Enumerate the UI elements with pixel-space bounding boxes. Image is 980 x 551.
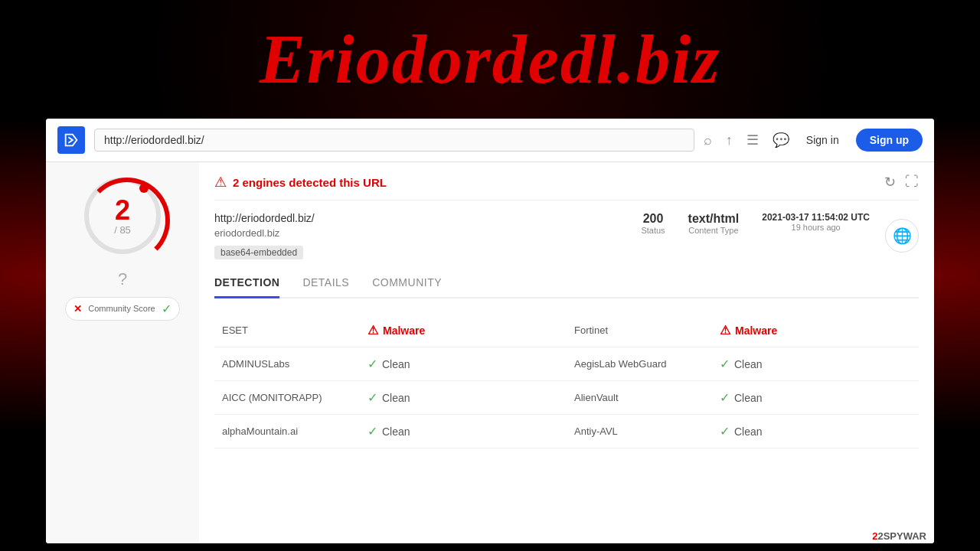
table-row: ADMINUSLabs ✓ Clean (214, 347, 567, 381)
refresh-icon[interactable]: ↻ (884, 174, 896, 191)
address-bar-icons: ⌕ ↑ ☰ 💬 (704, 132, 789, 148)
url-tag: base64-embedded (214, 246, 303, 259)
url-info-row: http://eriodordedl.biz/ eriodordedl.biz … (214, 212, 919, 259)
title-area: Eriodordedl.biz (0, 0, 980, 119)
watermark-text: 2SPYWAR (877, 530, 926, 542)
header-actions: ↻ ⛶ (884, 174, 919, 191)
timestamp-value: 2021-03-17 11:54:02 UTC (762, 212, 870, 223)
clean-icon: ✓ (720, 390, 730, 405)
url-input[interactable] (94, 129, 694, 152)
clean-icon: ✓ (368, 357, 377, 371)
clean-icon: ✓ (720, 424, 730, 439)
detection-left-col: ESET ⚠ Malware ADMINUSLabs ✓ Clean (214, 314, 567, 448)
browser-window: ⌕ ↑ ☰ 💬 Sign in Sign up 2 / 85 ? ✕ Commu… (46, 119, 934, 543)
status-label: Status (641, 226, 665, 235)
result-badge: ✓ Clean (368, 390, 410, 405)
result-badge: ✓ Clean (720, 424, 763, 439)
table-row: AICC (MONITORAPP) ✓ Clean (214, 381, 567, 415)
clean-icon: ✓ (368, 424, 377, 439)
svg-marker-0 (66, 135, 77, 146)
main-content: ⚠ 2 engines detected this URL ↻ ⛶ http:/… (199, 162, 934, 543)
url-domain: eriodordedl.biz (214, 227, 626, 239)
tab-details[interactable]: DETAILS (302, 269, 349, 297)
detection-alert: ⚠ 2 engines detected this URL (214, 174, 387, 191)
engine-name: Fortinet (574, 324, 712, 336)
engine-name: AlienVault (574, 392, 712, 403)
expand-icon[interactable]: ⛶ (905, 174, 919, 191)
engine-name: AICC (MONITORAPP) (222, 392, 360, 403)
score-circle: 2 / 85 (84, 178, 161, 254)
result-badge: ✓ Clean (720, 357, 763, 371)
address-bar: ⌕ ↑ ☰ 💬 Sign in Sign up (46, 119, 934, 162)
comment-icon[interactable]: 💬 (773, 132, 789, 148)
tab-community[interactable]: COMMUNITY (372, 269, 442, 297)
status-meta: 200 Status (641, 212, 665, 235)
status-value: 200 (641, 212, 665, 226)
community-score-bar: ✕ Community Score ✓ (65, 297, 179, 321)
search-icon[interactable]: ⌕ (704, 132, 712, 148)
sign-up-button[interactable]: Sign up (856, 129, 923, 152)
score-total: / 85 (114, 224, 131, 236)
result-badge: ⚠ Malware (720, 323, 777, 337)
timestamp-meta: 2021-03-17 11:54:02 UTC 19 hours ago (762, 212, 870, 235)
engine-name: ADMINUSLabs (222, 358, 360, 370)
time-ago: 19 hours ago (762, 223, 870, 232)
tab-bar: DETECTION DETAILS COMMUNITY (214, 269, 919, 298)
table-row: AegisLab WebGuard ✓ Clean (567, 347, 919, 381)
detection-text: 2 engines detected this URL (233, 176, 387, 189)
page-title: Eriodordedl.biz (260, 20, 721, 99)
grid-icon[interactable]: ☰ (746, 132, 759, 148)
score-indicator (139, 184, 149, 193)
detection-header: ⚠ 2 engines detected this URL ↻ ⛶ (214, 174, 919, 201)
content-type-label: Content Type (688, 226, 740, 235)
detection-right-col: Fortinet ⚠ Malware AegisLab WebGuard ✓ C… (567, 314, 919, 448)
table-row: Fortinet ⚠ Malware (567, 314, 919, 347)
score-panel: 2 / 85 ? ✕ Community Score ✓ (46, 162, 199, 543)
result-badge: ⚠ Malware (368, 323, 425, 337)
alert-icon: ⚠ (214, 174, 227, 191)
engine-name: Antiy-AVL (574, 425, 712, 437)
content-area: 2 / 85 ? ✕ Community Score ✓ ⚠ 2 engines… (46, 162, 934, 543)
result-badge: ✓ Clean (720, 390, 763, 405)
community-score-label: Community Score (88, 304, 155, 314)
engine-name: AegisLab WebGuard (574, 358, 712, 370)
upload-icon[interactable]: ↑ (726, 132, 733, 148)
score-number: 2 (115, 197, 130, 224)
content-type-meta: text/html Content Type (688, 212, 740, 235)
like-button[interactable]: ✓ (162, 302, 172, 316)
table-row: ESET ⚠ Malware (214, 314, 567, 347)
url-main: http://eriodordedl.biz/ (214, 212, 626, 224)
table-row: AlienVault ✓ Clean (567, 381, 919, 415)
watermark: 22SPYWAR (872, 530, 926, 542)
malware-icon: ⚠ (368, 323, 378, 337)
tab-detection[interactable]: DETECTION (214, 269, 279, 298)
dislike-button[interactable]: ✕ (74, 303, 82, 315)
engine-name: ESET (222, 324, 360, 336)
result-badge: ✓ Clean (368, 424, 410, 439)
clean-icon: ✓ (368, 390, 377, 405)
question-mark-icon: ? (118, 269, 127, 289)
result-badge: ✓ Clean (368, 357, 410, 371)
malware-icon: ⚠ (720, 323, 730, 337)
url-meta: 200 Status text/html Content Type 2021-0… (641, 212, 870, 235)
content-type-value: text/html (688, 212, 740, 226)
favicon: 🌐 (885, 219, 919, 253)
detection-grid: ESET ⚠ Malware ADMINUSLabs ✓ Clean (214, 314, 919, 448)
table-row: alphaMountain.ai ✓ Clean (214, 415, 567, 448)
url-details: http://eriodordedl.biz/ eriodordedl.biz … (214, 212, 626, 259)
virustotal-logo (57, 126, 85, 154)
clean-icon: ✓ (720, 357, 730, 371)
sign-in-button[interactable]: Sign in (799, 129, 847, 151)
table-row: Antiy-AVL ✓ Clean (567, 415, 919, 448)
engine-name: alphaMountain.ai (222, 425, 360, 437)
